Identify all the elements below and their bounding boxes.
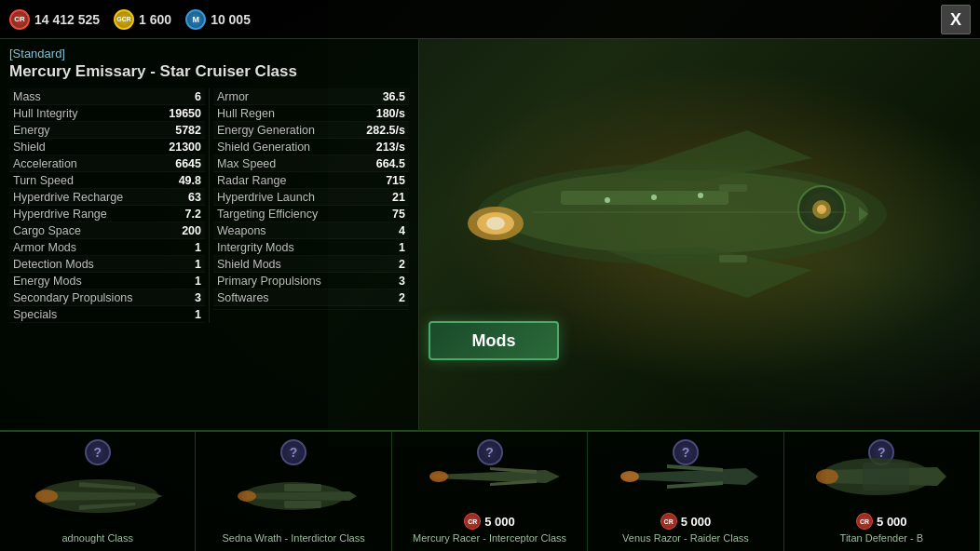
carousel-price: CR 5 000 [464, 513, 515, 530]
svg-marker-29 [434, 470, 560, 483]
stat-label: Detection Mods [13, 258, 94, 271]
stat-row: Specials1 [9, 306, 205, 323]
stat-row: Energy5782 [9, 122, 205, 139]
m-value: 10 005 [211, 12, 251, 27]
stat-row: Detection Mods1 [9, 256, 205, 273]
stat-value: 4 [363, 224, 405, 237]
stat-label: Acceleration [13, 157, 77, 170]
stat-label: Shield Generation [217, 141, 310, 154]
stat-value: 19650 [159, 107, 201, 120]
cr-value: 14 412 525 [34, 12, 100, 27]
stat-label: Softwares [217, 291, 269, 304]
stat-value: 63 [159, 191, 201, 204]
ship-silhouette [415, 444, 565, 509]
stat-value: 1 [159, 308, 201, 321]
stat-value: 200 [159, 224, 201, 237]
svg-point-30 [429, 471, 448, 482]
svg-point-17 [651, 195, 657, 200]
svg-rect-13 [719, 184, 747, 192]
svg-point-4 [486, 217, 505, 230]
stat-row: Softwares2 [213, 289, 409, 306]
stat-row: Primary Propulsions3 [213, 273, 409, 289]
carousel-item[interactable]: ? CR 5 000 Mercury Racer - Interceptor C… [392, 432, 588, 551]
stat-row: Max Speed664.5 [213, 155, 409, 172]
stat-value: 1 [159, 241, 201, 254]
carousel-ship-image [219, 464, 368, 529]
mods-button[interactable]: Mods [429, 321, 559, 360]
ship-silhouette [23, 464, 172, 529]
stat-label: Energy Mods [13, 275, 82, 288]
stat-value: 21 [363, 191, 405, 204]
ship-name-label: Mercury Emissary - Star Cruiser Class [9, 62, 409, 81]
stat-label: Intergrity Mods [217, 241, 294, 254]
stat-row: Hull Integrity19650 [9, 105, 205, 122]
stat-row: Radar Range715 [213, 172, 409, 189]
carousel-ship-image [807, 444, 956, 509]
stat-row: Hyperdrive Range7.2 [9, 206, 205, 222]
stat-row: Turn Speed49.8 [9, 172, 205, 189]
stat-label: Primary Propulsions [217, 275, 321, 288]
cr-icon: CR [9, 9, 30, 30]
carousel-ship-image [23, 464, 172, 529]
m-currency: M 10 005 [185, 9, 251, 30]
stat-label: Turn Speed [13, 174, 74, 187]
stat-label: Max Speed [217, 157, 276, 170]
carousel-item[interactable]: ? Sedna Wrath - Interdictor Class [196, 432, 391, 551]
stat-label: Shield [13, 141, 46, 154]
carousel-item[interactable]: ? CR 5 000 Titan Defender - B [784, 432, 980, 551]
svg-rect-28 [284, 501, 321, 508]
svg-point-16 [605, 197, 610, 203]
stat-label: Secondary Propulsions [13, 291, 133, 304]
carousel-ship-name: Venus Razor - Raider Class [592, 532, 778, 544]
svg-rect-37 [732, 472, 746, 481]
stat-value: 3 [363, 275, 405, 288]
carousel-item[interactable]: ? CR 5 000 Venus Razor - Raider Class [588, 432, 783, 551]
stat-value: 6645 [159, 157, 201, 170]
stat-row: Cargo Space200 [9, 222, 205, 239]
stat-row: Hyperdrive Launch21 [213, 189, 409, 206]
stat-row: Secondary Propulsions3 [9, 289, 205, 306]
stat-label: Shield Mods [217, 258, 281, 271]
close-button[interactable]: X [941, 5, 971, 34]
ship-silhouette [219, 464, 368, 529]
stat-label: Radar Range [217, 174, 286, 187]
stat-label: Mass [13, 90, 41, 103]
carousel-price: CR 5 000 [660, 513, 712, 530]
cr-price-icon: CR [660, 513, 677, 530]
carousel-ship-name: Sedna Wrath - Interdictor Class [200, 532, 386, 544]
stat-value: 282.5/s [363, 124, 405, 137]
stat-label: Armor [217, 90, 249, 103]
stat-value: 715 [363, 174, 405, 187]
stat-value: 2 [363, 291, 405, 304]
stat-row: Acceleration6645 [9, 155, 205, 172]
stat-label: Specials [13, 308, 57, 321]
stat-label: Hyperdrive Recharge [13, 191, 123, 204]
stat-row: Shield Mods2 [213, 256, 409, 273]
ship-standard-label: [Standard] [9, 47, 409, 60]
gcr-value: 1 600 [139, 12, 171, 27]
stat-label: Hull Regen [217, 107, 275, 120]
cr-currency: CR 14 412 525 [9, 9, 100, 30]
stat-row [213, 306, 409, 310]
question-badge: ? [85, 439, 111, 465]
svg-rect-41 [863, 463, 909, 491]
stat-label: Hull Integrity [13, 107, 77, 120]
stat-row: Shield21300 [9, 139, 205, 155]
stat-row: Energy Mods1 [9, 273, 205, 289]
svg-rect-27 [284, 484, 321, 491]
carousel-ship-name: Mercury Racer - Interceptor Class [397, 532, 582, 544]
stats-left-col: Mass6Hull Integrity19650Energy5782Shield… [9, 88, 205, 323]
ship-silhouette [611, 444, 760, 509]
carousel-ship-name: adnought Class [5, 532, 190, 544]
stat-row: Weapons4 [213, 222, 409, 239]
stat-label: Targeting Efficiency [217, 208, 318, 221]
carousel-ship-image [611, 444, 760, 509]
stat-label: Hyperdrive Range [13, 208, 107, 221]
stat-value: 1 [159, 275, 201, 288]
cr-price-icon: CR [856, 513, 873, 530]
carousel-ship-name: Titan Defender - B [789, 532, 974, 544]
price-value: 5 000 [681, 515, 712, 529]
stat-label: Hyperdrive Launch [217, 191, 315, 204]
carousel-item[interactable]: ? adnought Class [0, 432, 196, 551]
stat-value: 180/s [363, 107, 405, 120]
